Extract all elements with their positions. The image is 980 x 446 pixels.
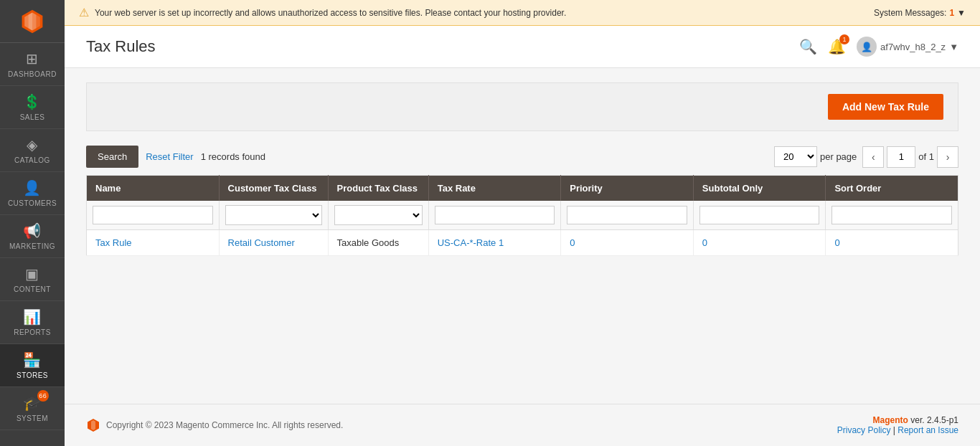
page-footer: Copyright © 2023 Magento Commerce Inc. A… [65,404,980,446]
dashboard-icon: ⊞ [26,50,39,67]
sidebar-item-stores[interactable]: 🏪 STORES [0,344,65,387]
col-product-tax-class[interactable]: Product Tax Class [328,176,428,201]
sidebar-item-sales[interactable]: 💲 SALES [0,86,65,129]
table-controls-left: Search Reset Filter 1 records found [86,146,265,168]
sidebar-item-dashboard[interactable]: ⊞ DASHBOARD [0,43,65,86]
prev-page-button[interactable]: ‹ [862,146,884,168]
marketing-icon: 📢 [23,222,42,239]
row-sort-order: 0 [826,230,958,256]
filter-tax-rate-input[interactable] [435,206,555,224]
system-messages[interactable]: System Messages: 1 ▼ [874,8,966,18]
sidebar-item-label: CONTENT [14,285,51,293]
priority-link[interactable]: 0 [570,237,575,248]
system-icon: 🎓66 [23,394,42,412]
search-icon[interactable]: 🔍 [799,38,817,55]
system-messages-chevron: ▼ [957,8,966,18]
reset-filter-button[interactable]: Reset Filter [146,151,193,162]
content-area: Add New Tax Rule Search Reset Filter 1 r… [65,68,980,404]
report-issue-link[interactable]: Report an Issue [897,425,958,435]
sidebar-item-catalog[interactable]: ◈ CATALOG [0,129,65,172]
sidebar-item-reports[interactable]: 📊 REPORTS [0,301,65,344]
svg-marker-3 [29,12,37,30]
footer-separator: | [893,425,895,435]
filter-row [87,201,958,230]
col-name[interactable]: Name [87,176,220,201]
warning-left: ⚠ Your web server is set up incorrectly … [79,6,566,19]
sidebar-logo [0,0,65,43]
tax-rate-link[interactable]: US-CA-*-Rate 1 [438,237,504,248]
warning-icon: ⚠ [79,6,89,19]
current-page-input[interactable] [887,146,915,168]
table-controls-right: 20 30 50 100 200 per page ‹ of 1 › [774,146,958,168]
col-subtotal-only[interactable]: Subtotal Only [693,176,826,201]
footer-logo-icon [86,418,100,432]
col-sort-order[interactable]: Sort Order [826,176,958,201]
notification-icon[interactable]: 🔔 1 [828,38,846,55]
row-name: Tax Rule [87,230,220,256]
sidebar-item-customers[interactable]: 👤 CUSTOMERS [0,172,65,215]
page-title: Tax Rules [86,37,156,56]
filter-customer-tax-select[interactable] [225,205,322,225]
filter-product-tax-select[interactable] [334,205,423,225]
sidebar-item-label: SYSTEM [17,414,48,422]
system-messages-label: System Messages: [874,8,946,18]
filter-sort-order-cell [826,201,958,230]
catalog-icon: ◈ [27,136,38,153]
sidebar: ⊞ DASHBOARD 💲 SALES ◈ CATALOG 👤 CUSTOMER… [0,0,65,446]
sort-order-link[interactable]: 0 [834,237,839,248]
sidebar-item-label: STORES [17,371,48,379]
tax-rules-table: Name Customer Tax Class Product Tax Clas… [86,175,958,256]
filter-product-tax-cell [328,201,428,230]
sidebar-item-label: SALES [20,113,45,121]
system-badge-wrapper: 🎓66 [23,394,42,412]
warning-banner: ⚠ Your web server is set up incorrectly … [65,0,980,26]
user-chevron-icon: ▼ [949,42,958,52]
user-info[interactable]: 👤 af7whv_h8_2_z ▼ [857,37,958,57]
table-controls: Search Reset Filter 1 records found 20 3… [86,146,958,168]
row-subtotal-only: 0 [693,230,826,256]
filter-subtotal-input[interactable] [699,206,820,224]
privacy-policy-link[interactable]: Privacy Policy [837,425,891,435]
avatar: 👤 [857,37,877,57]
next-page-button[interactable]: › [937,146,958,168]
header-actions: 🔍 🔔 1 👤 af7whv_h8_2_z ▼ [799,37,958,57]
search-button[interactable]: Search [86,146,138,168]
filter-priority-input[interactable] [567,206,687,224]
filter-sort-order-input[interactable] [831,206,952,224]
notification-badge: 1 [839,34,849,44]
filter-priority-cell [561,201,694,230]
row-priority: 0 [561,230,694,256]
table-header-row: Name Customer Tax Class Product Tax Clas… [87,176,958,201]
action-bar: Add New Tax Rule [86,82,958,131]
col-tax-rate[interactable]: Tax Rate [428,176,561,201]
pagination: ‹ of 1 › [862,146,958,168]
customer-tax-class-link[interactable]: Retail Customer [228,237,295,248]
sidebar-item-system[interactable]: 🎓66 SYSTEM [0,387,65,430]
subtotal-link[interactable]: 0 [702,237,707,248]
col-customer-tax-class[interactable]: Customer Tax Class [219,176,328,201]
system-messages-count: 1 [949,8,954,18]
total-pages: of 1 [918,151,934,162]
customers-icon: 👤 [23,179,42,196]
tax-rule-link[interactable]: Tax Rule [95,237,132,248]
footer-copyright: Copyright © 2023 Magento Commerce Inc. A… [106,420,343,430]
filter-name-cell [87,201,220,230]
per-page-label: per page [820,151,857,162]
col-priority[interactable]: Priority [561,176,694,201]
row-product-tax-class: Taxable Goods [328,230,428,256]
sales-icon: 💲 [23,93,42,110]
footer-right: Magento ver. 2.4.5-p1 Privacy Policy | R… [837,415,958,435]
filter-name-input[interactable] [93,206,213,224]
records-found: 1 records found [201,151,265,162]
sidebar-item-label: CATALOG [14,156,50,164]
sidebar-item-content[interactable]: ▣ CONTENT [0,258,65,301]
sidebar-item-marketing[interactable]: 📢 MARKETING [0,215,65,258]
add-new-tax-rule-button[interactable]: Add New Tax Rule [828,94,943,120]
reports-icon: 📊 [23,308,42,326]
stores-icon: 🏪 [23,351,42,369]
filter-customer-tax-cell [219,201,328,230]
per-page-dropdown[interactable]: 20 30 50 100 200 [774,146,817,167]
sidebar-item-label: DASHBOARD [8,70,57,78]
content-icon: ▣ [25,265,39,283]
filter-tax-rate-cell [428,201,561,230]
